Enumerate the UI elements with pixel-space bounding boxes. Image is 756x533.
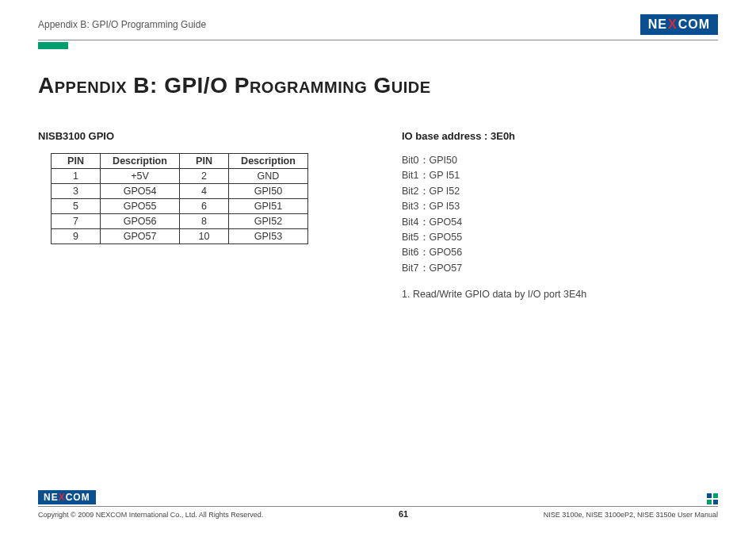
table-cell: GPI53 <box>229 229 308 244</box>
gpio-note: 1. Read/Write GPIO data by I/O port 3E4h <box>402 289 718 300</box>
table-header-row: PIN Description PIN Description <box>52 154 308 169</box>
table-cell: 3 <box>52 184 101 199</box>
table-cell: GPO57 <box>101 229 180 244</box>
page-title: Appendix B: GPI/O Programming Guide <box>38 73 718 98</box>
footer-logo-x-icon: X <box>59 492 66 503</box>
bit-line: Bit4：GPO54 <box>402 215 718 230</box>
table-row: 1+5V2GND <box>52 169 308 184</box>
table-cell: +5V <box>101 169 180 184</box>
table-cell: 4 <box>180 184 229 199</box>
table-row: 3GPO544GPI50 <box>52 184 308 199</box>
table-cell: GPO55 <box>101 199 180 214</box>
header-rule <box>38 40 718 40</box>
bit-line: Bit1：GP I51 <box>402 168 718 183</box>
page-number: 61 <box>399 509 408 519</box>
table-row: 7GPO568GPI52 <box>52 214 308 229</box>
table-cell: GPI51 <box>229 199 308 214</box>
table-cell: GND <box>229 169 308 184</box>
logo-pre: NE <box>648 17 667 32</box>
footer-logo-post: COM <box>66 492 90 503</box>
table-cell: 10 <box>180 229 229 244</box>
iobase-section-head: IO base address : 3E0h <box>402 130 718 142</box>
table-cell: GPO56 <box>101 214 180 229</box>
bit-line: Bit5：GPO55 <box>402 230 718 245</box>
bit-line: Bit2：GP I52 <box>402 184 718 199</box>
table-cell: 9 <box>52 229 101 244</box>
header-breadcrumb: Appendix B: GPI/O Programming Guide <box>38 19 206 30</box>
gpio-pin-table: PIN Description PIN Description 1+5V2GND… <box>51 153 308 244</box>
bit-line: Bit3：GP I53 <box>402 199 718 214</box>
content-columns: NISB3100 GPIO PIN Description PIN Descri… <box>38 130 718 300</box>
manual-reference: NISE 3100e, NISE 3100eP2, NISE 3150e Use… <box>544 511 718 519</box>
th-desc-a: Description <box>101 154 180 169</box>
table-cell: 2 <box>180 169 229 184</box>
table-cell: 8 <box>180 214 229 229</box>
green-accent-bar <box>38 42 68 49</box>
footer-rule <box>38 506 718 507</box>
logo-post: COM <box>678 17 710 32</box>
footer-ornament-icon <box>707 493 718 504</box>
table-cell: 6 <box>180 199 229 214</box>
footer-info-row: Copyright © 2009 NEXCOM International Co… <box>38 509 718 519</box>
table-cell: GPI50 <box>229 184 308 199</box>
copyright-text: Copyright © 2009 NEXCOM International Co… <box>38 511 263 519</box>
th-pin-b: PIN <box>180 154 229 169</box>
table-cell: 1 <box>52 169 101 184</box>
bit-line: Bit7：GPO57 <box>402 261 718 276</box>
header-logo: NEXCOM <box>640 14 718 35</box>
logo-x-icon: X <box>668 17 678 32</box>
th-pin-a: PIN <box>52 154 101 169</box>
page-footer: NEXCOM Copyright © 2009 NEXCOM Internati… <box>38 490 718 519</box>
footer-logo-pre: NE <box>44 492 59 503</box>
table-row: 5GPO556GPI51 <box>52 199 308 214</box>
footer-top-row: NEXCOM <box>38 490 718 504</box>
top-header: Appendix B: GPI/O Programming Guide NEXC… <box>38 14 718 35</box>
table-cell: GPI52 <box>229 214 308 229</box>
th-desc-b: Description <box>229 154 308 169</box>
table-cell: 7 <box>52 214 101 229</box>
right-column: IO base address : 3E0h Bit0：GPI50Bit1：GP… <box>402 130 718 300</box>
footer-logo: NEXCOM <box>38 490 96 504</box>
bit-mapping-list: Bit0：GPI50Bit1：GP I51Bit2：GP I52Bit3：GP … <box>402 153 718 276</box>
table-cell: GPO54 <box>101 184 180 199</box>
gpio-section-head: NISB3100 GPIO <box>38 130 354 142</box>
table-cell: 5 <box>52 199 101 214</box>
table-row: 9GPO5710GPI53 <box>52 229 308 244</box>
bit-line: Bit6：GPO56 <box>402 245 718 260</box>
left-column: NISB3100 GPIO PIN Description PIN Descri… <box>38 130 354 300</box>
bit-line: Bit0：GPI50 <box>402 153 718 168</box>
